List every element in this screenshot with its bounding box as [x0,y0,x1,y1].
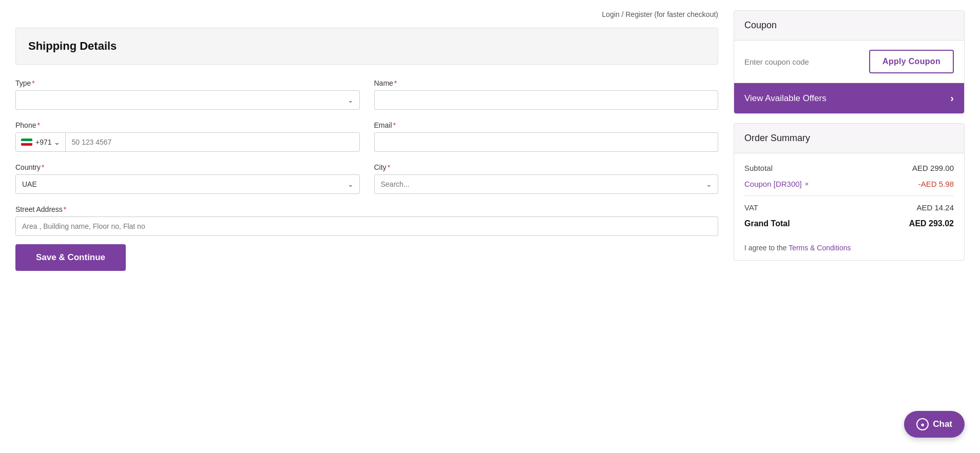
street-address-input[interactable] [15,216,718,236]
right-column: Coupon Apply Coupon View Available Offer… [734,10,965,271]
grand-total-value: AED 293.02 [909,219,954,228]
vat-label: VAT [744,203,758,212]
phone-email-row: Phone* +971 ⌄ Email* [15,121,718,152]
view-offers-button[interactable]: View Available Offers › [734,83,964,113]
email-required: * [393,121,396,129]
name-input[interactable] [374,90,719,110]
summary-divider [744,195,954,196]
phone-dropdown-icon: ⌄ [54,138,60,146]
email-input[interactable] [374,132,719,152]
subtotal-row: Subtotal AED 299.00 [744,164,954,172]
name-label: Name* [374,79,719,87]
left-column: Login / Register (for faster checkout) S… [15,10,734,271]
street-required: * [64,205,66,213]
chat-icon: ● [916,418,929,430]
country-required: * [42,163,44,171]
terms-row: I agree to the Terms & Conditions [734,235,964,260]
type-group: Type* ⌄ [15,79,360,110]
city-search-input[interactable] [374,174,719,194]
grand-total-label: Grand Total [744,219,790,228]
coupon-discount-label: Coupon [DR300] × [744,180,809,188]
terms-link[interactable]: Terms & Conditions [789,244,851,252]
country-select[interactable]: UAE [15,174,360,194]
phone-required: * [37,121,40,129]
uae-flag-icon [21,139,32,146]
coupon-remove-button[interactable]: × [805,180,809,188]
login-register-link[interactable]: Login / Register (for faster checkout) [15,10,718,18]
coupon-discount-row: Coupon [DR300] × -AED 5.98 [744,180,954,188]
city-group: City* ⌄ [374,163,719,194]
name-required: * [394,79,397,87]
vat-row: VAT AED 14.24 [744,203,954,212]
coupon-tag: Coupon [DR300] [744,180,802,188]
type-select[interactable] [15,90,360,110]
type-required: * [32,79,34,87]
coupon-discount-value: -AED 5.98 [918,180,954,188]
chat-label: Chat [933,419,952,429]
city-label: City* [374,163,719,171]
email-group: Email* [374,121,719,152]
coupon-code-input[interactable] [744,57,864,66]
type-label: Type* [15,79,360,87]
view-offers-label: View Available Offers [744,93,827,104]
terms-text-before: I agree to the [744,244,789,252]
coupon-section: Coupon Apply Coupon View Available Offer… [734,10,965,114]
order-summary-body: Subtotal AED 299.00 Coupon [DR300] × -AE… [734,153,964,228]
country-group: Country* UAE ⌄ [15,163,360,194]
order-summary-title: Order Summary [734,124,964,153]
phone-label: Phone* [15,121,360,129]
email-label: Email* [374,121,719,129]
type-select-wrapper: ⌄ [15,90,360,110]
phone-wrapper: +971 ⌄ [15,132,360,152]
apply-coupon-button[interactable]: Apply Coupon [869,50,954,73]
street-address-label: Street Address* [15,205,718,213]
name-group: Name* [374,79,719,110]
city-required: * [388,163,390,171]
phone-prefix-selector[interactable]: +971 ⌄ [16,133,66,151]
shipping-details-title: Shipping Details [28,40,705,53]
city-select-wrapper: ⌄ [374,174,719,194]
shipping-form: Type* ⌄ Name* [15,79,718,271]
vat-value: AED 14.24 [916,203,954,212]
street-address-group: Street Address* [15,205,718,236]
subtotal-label: Subtotal [744,164,773,172]
phone-country-code: +971 [35,138,52,146]
phone-number-input[interactable] [66,133,359,151]
country-city-row: Country* UAE ⌄ City* ⌄ [15,163,718,194]
view-offers-chevron-icon: › [950,92,954,104]
coupon-section-title: Coupon [734,11,964,41]
save-continue-button[interactable]: Save & Continue [15,244,126,271]
subtotal-value: AED 299.00 [912,164,954,172]
phone-group: Phone* +971 ⌄ [15,121,360,152]
type-name-row: Type* ⌄ Name* [15,79,718,110]
country-label: Country* [15,163,360,171]
coupon-input-row: Apply Coupon [734,41,964,83]
order-summary-section: Order Summary Subtotal AED 299.00 Coupon… [734,123,965,261]
country-select-wrapper: UAE ⌄ [15,174,360,194]
grand-total-row: Grand Total AED 293.02 [744,219,954,228]
chat-button[interactable]: ● Chat [904,411,965,438]
shipping-details-box: Shipping Details [15,28,718,65]
